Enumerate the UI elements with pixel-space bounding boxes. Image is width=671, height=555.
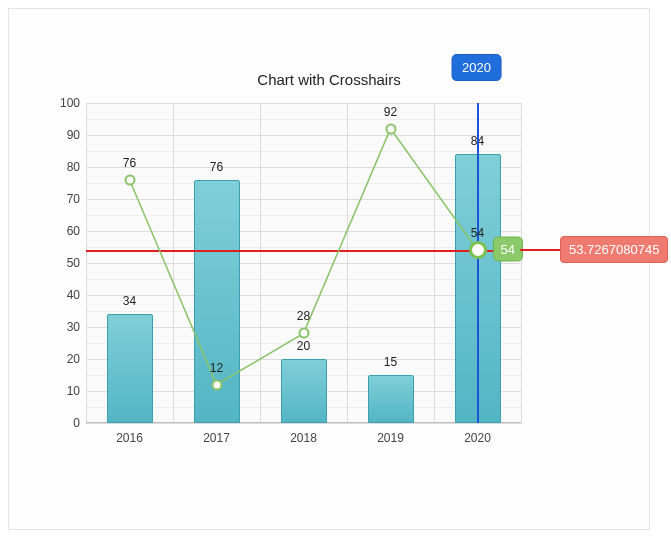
y-tick: 40: [67, 288, 80, 302]
y-tick: 90: [67, 128, 80, 142]
crosshair-y-tag: 53.7267080745: [560, 236, 668, 263]
line-label: 12: [210, 361, 223, 375]
line-point[interactable]: [469, 241, 487, 259]
chart-title: Chart with Crosshairs: [9, 71, 649, 88]
x-tick: 2016: [116, 431, 143, 445]
line-point[interactable]: [385, 123, 396, 134]
x-tick: 2017: [203, 431, 230, 445]
line-point[interactable]: [211, 379, 222, 390]
line-label: 76: [123, 156, 136, 170]
crosshair-horizontal-ext: [520, 249, 560, 251]
line-label: 92: [384, 105, 397, 119]
y-tick: 100: [60, 96, 80, 110]
x-tick: 2018: [290, 431, 317, 445]
line-point[interactable]: [298, 328, 309, 339]
crosshair-x-tag: 2020: [451, 54, 502, 81]
crosshair-datapoint-tag: 54: [493, 237, 523, 262]
y-tick: 20: [67, 352, 80, 366]
y-tick: 70: [67, 192, 80, 206]
chart-panel: Chart with Crosshairs 010203040506070809…: [8, 8, 650, 530]
y-tick: 50: [67, 256, 80, 270]
y-tick: 80: [67, 160, 80, 174]
x-tick: 2020: [464, 431, 491, 445]
chart-container: Chart with Crosshairs 010203040506070809…: [0, 0, 671, 555]
y-tick: 60: [67, 224, 80, 238]
y-tick: 0: [73, 416, 80, 430]
line-label: 28: [297, 309, 310, 323]
y-tick: 10: [67, 384, 80, 398]
y-tick: 30: [67, 320, 80, 334]
line-point[interactable]: [124, 174, 135, 185]
line-label: 54: [471, 226, 484, 240]
plot-area[interactable]: 0102030405060708090100347620158476122892…: [86, 103, 521, 423]
x-tick: 2019: [377, 431, 404, 445]
